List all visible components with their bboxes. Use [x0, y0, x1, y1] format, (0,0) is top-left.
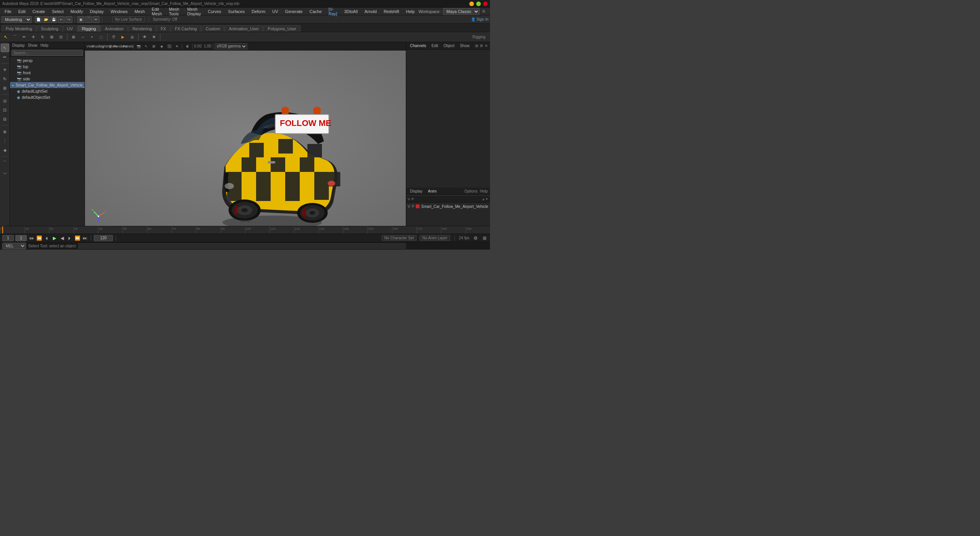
playback-end-input[interactable]	[94, 235, 113, 241]
play-reverse-btn[interactable]: ◀	[59, 235, 65, 241]
snap-curve-btn[interactable]: ⌢	[78, 33, 87, 41]
tab-poly-modeling[interactable]: Poly Modeling	[2, 25, 36, 32]
paint-select-btn[interactable]: ✏	[20, 33, 28, 41]
timeline-range[interactable]: 0102030405060708090100110120130140150160…	[0, 226, 490, 234]
layer-item-vehicle[interactable]: V P Smart_Car_Follow_Me_Airport_Vehicle	[408, 203, 488, 209]
rph-expand-icon[interactable]: ⊞	[475, 44, 478, 48]
select-mode-btn[interactable]: ▣	[77, 16, 84, 23]
ik-tool[interactable]: ⋮	[1, 137, 9, 145]
next-frame-btn[interactable]: ⏩	[74, 235, 80, 241]
outliner-item-3[interactable]: 📷 front	[10, 70, 85, 76]
nurbs-tool[interactable]: ◡	[1, 168, 9, 176]
scale-tool-btn[interactable]: ⊞	[47, 33, 56, 41]
vp-resolution[interactable]: 🖥	[184, 43, 191, 50]
render-btn[interactable]: ▶	[119, 33, 127, 41]
undo-btn[interactable]: ↩	[58, 16, 65, 23]
outliner-show-menu[interactable]: Show	[28, 43, 38, 47]
menu-create[interactable]: Create	[29, 8, 48, 15]
menu-arnold[interactable]: Arnold	[361, 8, 380, 15]
freeze-btn[interactable]: ❄	[150, 33, 158, 41]
tab-polygons-user[interactable]: Polygons_User	[263, 25, 301, 32]
transform-tool-btn[interactable]: ⊡	[57, 33, 65, 41]
menu-surfaces[interactable]: Surfaces	[225, 8, 248, 15]
tab-sculpting[interactable]: Sculpting	[37, 25, 62, 32]
layers-options-btn[interactable]: Options	[464, 189, 477, 193]
menu-windows[interactable]: Windows	[108, 8, 131, 15]
menu-uv[interactable]: UV	[269, 8, 281, 15]
vp-textured[interactable]: ⬛	[166, 43, 173, 50]
vp-panels-menu[interactable]: Panels	[125, 43, 132, 50]
menu-file[interactable]: File	[2, 8, 15, 15]
vp-wireframe[interactable]: ⊞	[150, 43, 157, 50]
menu-generate[interactable]: Generate	[282, 8, 306, 15]
vp-camera-btn[interactable]: 📷	[135, 43, 142, 50]
tab-rendering[interactable]: Rendering	[128, 25, 156, 32]
menu-edit[interactable]: Edit	[15, 8, 29, 15]
layer-v-check[interactable]: V	[408, 204, 410, 209]
menu-edit-mesh[interactable]: Edit Mesh	[149, 6, 165, 17]
ipr-btn[interactable]: ◎	[128, 33, 136, 41]
lasso-btn[interactable]: ⌒	[85, 16, 92, 23]
menu-redshift[interactable]: Redshift	[381, 8, 402, 15]
viewport[interactable]: View Shading Lighting Show Renderer Pane…	[85, 42, 406, 226]
layers-help-btn[interactable]: Help	[480, 189, 488, 193]
menu-deform[interactable]: Deform	[248, 8, 268, 15]
tab-uv[interactable]: UV	[63, 25, 77, 32]
tab-animation[interactable]: Animation	[101, 25, 128, 32]
prev-frame-btn[interactable]: ⏪	[36, 235, 42, 241]
minimize-button[interactable]	[469, 2, 474, 6]
vp-lighting-menu[interactable]: Lighting	[102, 43, 109, 50]
fps-settings-btn[interactable]: ⚙	[472, 235, 479, 241]
vp-gamma-dropdown[interactable]: sRGB gamma	[215, 43, 247, 49]
cluster-tool[interactable]: ⊟	[1, 115, 9, 123]
skin-tool[interactable]: ◈	[1, 146, 9, 154]
outliner-search-input[interactable]	[11, 50, 83, 56]
soft-select-tool[interactable]: ◎	[1, 96, 9, 105]
outliner-item-4[interactable]: 📷 side	[10, 76, 85, 82]
menu-vray[interactable]: [V-Ray]	[325, 6, 340, 17]
snap-surface-btn[interactable]: ◌	[97, 33, 105, 41]
workspace-dropdown[interactable]: Maya Classic	[443, 8, 480, 15]
viewport-canvas[interactable]: FOLLOW ME persp X Y Z	[85, 51, 406, 226]
redo-btn[interactable]: ↪	[65, 16, 72, 23]
menu-display[interactable]: Display	[87, 8, 107, 15]
vp-lighting-btn[interactable]: ☀	[173, 43, 180, 50]
tab-fx[interactable]: FX	[157, 25, 170, 32]
go-to-end-btn[interactable]: ⏭	[82, 235, 88, 241]
outliner-item-5[interactable]: ▸ Smart_Car_Follow_Me_Airport_Vehicle_nc…	[10, 82, 85, 88]
menu-mesh-display[interactable]: Mesh Display	[184, 6, 204, 17]
layers-expand-btn[interactable]: ▲▼	[482, 197, 488, 201]
move-tool-btn[interactable]: ✛	[29, 33, 38, 41]
rotate-tool-btn[interactable]: ↻	[38, 33, 47, 41]
frame-current-input[interactable]	[15, 235, 27, 241]
show-tab[interactable]: Show	[458, 43, 471, 49]
outliner-display-menu[interactable]: Display	[12, 43, 25, 47]
save-file-btn[interactable]: 💾	[50, 16, 57, 23]
tab-fx-caching[interactable]: FX Caching	[171, 25, 201, 32]
menu-mesh[interactable]: Mesh	[131, 8, 148, 15]
close-button[interactable]	[483, 2, 488, 6]
paint-tool[interactable]: ✏	[1, 53, 9, 61]
joint-tool[interactable]: ⊕	[1, 127, 9, 136]
workspace-settings[interactable]: ⚙	[482, 9, 485, 13]
next-keyframe-btn[interactable]: ⏵	[67, 235, 73, 241]
object-tab[interactable]: Object	[442, 43, 456, 49]
lasso-tool-btn[interactable]: ⌒	[11, 33, 19, 41]
rph-close-icon[interactable]: ✕	[485, 44, 488, 48]
frame-start-input[interactable]	[2, 235, 14, 241]
play-btn[interactable]: ▶	[51, 235, 57, 241]
menu-3dtoall[interactable]: 3DtoAll	[341, 8, 361, 15]
timeline-playhead[interactable]	[2, 226, 3, 234]
menu-modify[interactable]: Modify	[67, 8, 86, 15]
outliner-item-1[interactable]: 📷 persp	[10, 57, 85, 64]
menu-curves[interactable]: Curves	[205, 8, 224, 15]
layer-p-check[interactable]: P	[412, 204, 415, 209]
outliner-item-2[interactable]: 📷 top	[10, 64, 85, 70]
menu-cache[interactable]: Cache	[306, 8, 325, 15]
layers-v-btn[interactable]: V	[408, 197, 410, 201]
snap-point-btn[interactable]: •	[88, 33, 96, 41]
maximize-button[interactable]	[476, 2, 481, 6]
tab-rigging[interactable]: Rigging	[78, 25, 100, 32]
go-to-start-btn[interactable]: ⏮	[28, 235, 34, 241]
select-tool[interactable]: ↖	[1, 44, 9, 52]
